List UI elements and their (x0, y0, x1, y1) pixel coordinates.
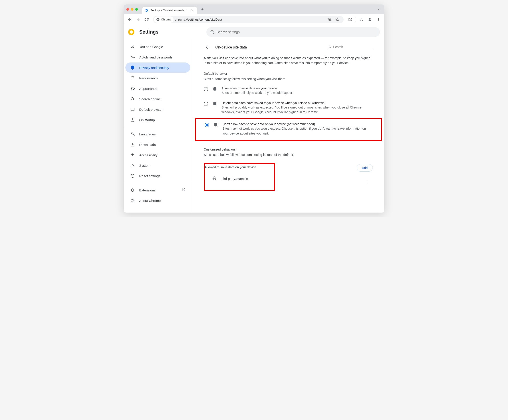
minimize-window-button[interactable] (131, 8, 134, 11)
chip-label: Chrome (161, 18, 171, 21)
highlight-box-allowed: Allowed to save data on your device thir… (204, 163, 275, 191)
settings-search-input[interactable] (217, 30, 376, 34)
sidebar-item-default-browser[interactable]: Default browser (126, 104, 190, 115)
sidebar-item-downloads[interactable]: Downloads (126, 140, 190, 150)
default-behavior-heading: Default behavior (204, 72, 373, 75)
svg-point-13 (378, 18, 379, 19)
database-icon (212, 87, 217, 91)
window-controls (126, 8, 138, 11)
sidebar-item-on-startup[interactable]: On startup (126, 115, 190, 125)
titlebar: Settings - On-device site dat… ✕ (124, 4, 384, 14)
sidebar-item-extensions[interactable]: Extensions (126, 185, 190, 195)
sidebar-item-privacy[interactable]: Privacy and security (126, 62, 190, 73)
close-tab-button[interactable]: ✕ (190, 9, 194, 12)
svg-line-23 (133, 77, 133, 78)
sidebar-item-you-and-google[interactable]: You and Google (126, 42, 190, 52)
translate-icon (130, 132, 135, 136)
sidebar-item-languages[interactable]: Languages (126, 129, 190, 139)
tabs-dropdown-button[interactable] (375, 6, 382, 12)
sidebar-item-label: You and Google (139, 45, 163, 49)
radio-title: Allow sites to save data on your device (222, 87, 292, 90)
intro-text: A site you visit can save info about wha… (204, 56, 373, 66)
svg-line-8 (330, 20, 331, 21)
power-icon (130, 118, 135, 122)
sidebar-item-autofill[interactable]: Autofill and passwords (126, 52, 190, 62)
database-icon (212, 101, 217, 106)
browser-toolbar: Chrome chrome://settings/content/siteDat… (124, 14, 384, 25)
sidebar-item-accessibility[interactable]: Accessibility (126, 150, 190, 160)
sidebar-item-label: Accessibility (139, 153, 157, 157)
zoom-icon[interactable] (326, 16, 333, 23)
chrome-logo-icon (128, 29, 134, 35)
sidebar-item-reset[interactable]: Reset settings (126, 171, 190, 181)
svg-point-18 (132, 45, 134, 47)
database-off-icon (213, 123, 218, 127)
svg-point-14 (378, 19, 379, 20)
sidebar-item-label: Languages (139, 132, 156, 136)
sidebar-item-about[interactable]: About Chrome (126, 195, 190, 206)
svg-point-16 (211, 30, 213, 33)
toolbar-separator (356, 17, 356, 22)
radio-sub: Sites will probably work as expected. Yo… (222, 105, 373, 115)
radio-title: Don't allow sites to save data on your d… (222, 122, 372, 126)
tab-title: Settings - On-device site dat… (150, 9, 188, 12)
profile-icon[interactable] (366, 16, 374, 23)
svg-point-25 (132, 88, 133, 88)
sidebar: You and Google Autofill and passwords Pr… (124, 39, 192, 213)
radio-button[interactable] (205, 123, 209, 127)
allowed-heading: Allowed to save data on your device (205, 165, 271, 169)
new-tab-button[interactable] (199, 6, 206, 12)
close-window-button[interactable] (126, 8, 129, 11)
radio-block[interactable]: Don't allow sites to save data on your d… (205, 120, 372, 139)
sidebar-item-label: Privacy and security (139, 66, 169, 70)
sidebar-item-search-engine[interactable]: Search engine (126, 94, 190, 104)
back-button[interactable] (126, 16, 134, 23)
shield-icon (130, 65, 135, 70)
sidebar-item-label: System (139, 164, 150, 167)
labs-icon[interactable] (358, 16, 365, 23)
sidebar-item-label: Reset settings (139, 174, 160, 178)
svg-point-24 (131, 88, 132, 89)
site-menu-button[interactable] (363, 178, 371, 186)
panel-search-input[interactable] (333, 45, 373, 49)
browser-tab[interactable]: Settings - On-device site dat… ✕ (142, 7, 197, 14)
sidebar-item-performance[interactable]: Performance (126, 73, 190, 83)
radio-button[interactable] (204, 87, 208, 91)
svg-rect-29 (131, 108, 134, 111)
sidebar-item-system[interactable]: System (126, 160, 190, 170)
chrome-menu-button[interactable] (374, 16, 382, 23)
settings-search[interactable] (206, 27, 380, 37)
restore-icon (130, 174, 135, 178)
site-name: third-party.example (221, 177, 271, 181)
browser-window: Settings - On-device site dat… ✕ Chrome … (124, 4, 384, 213)
radio-button[interactable] (204, 102, 208, 106)
accessibility-icon (130, 153, 135, 157)
sidebar-item-label: On startup (139, 118, 155, 122)
radio-sub: Sites may not work as you would expect. … (222, 126, 372, 136)
add-button[interactable]: Add (357, 164, 373, 172)
panel-back-button[interactable] (204, 43, 212, 51)
sidebar-item-label: Autofill and passwords (139, 55, 172, 59)
forward-button[interactable] (134, 16, 142, 23)
svg-point-50 (367, 183, 367, 183)
window-icon (130, 107, 135, 112)
panel-search[interactable] (328, 45, 373, 49)
key-icon (130, 55, 135, 59)
radio-allow[interactable]: Allow sites to save data on your device … (204, 84, 373, 98)
radio-sub: Sites are more likely to work as you wou… (222, 90, 292, 95)
search-icon (328, 45, 332, 49)
extensions-icon[interactable] (346, 16, 354, 23)
reload-button[interactable] (143, 16, 150, 23)
sidebar-item-appearance[interactable]: Appearance (126, 83, 190, 94)
svg-line-36 (131, 201, 132, 201)
content-area: You and Google Autofill and passwords Pr… (124, 39, 384, 213)
bookmark-icon[interactable] (334, 16, 341, 23)
site-info-chip[interactable]: Chrome (154, 16, 173, 23)
allowed-site-row[interactable]: third-party.example (205, 173, 271, 181)
address-bar[interactable]: Chrome chrome://settings/content/siteDat… (153, 16, 344, 23)
svg-point-27 (131, 97, 134, 100)
maximize-window-button[interactable] (135, 8, 138, 11)
svg-point-49 (367, 181, 367, 182)
radio-session[interactable]: Delete data sites have saved to your dev… (204, 98, 373, 118)
svg-line-28 (134, 100, 134, 101)
